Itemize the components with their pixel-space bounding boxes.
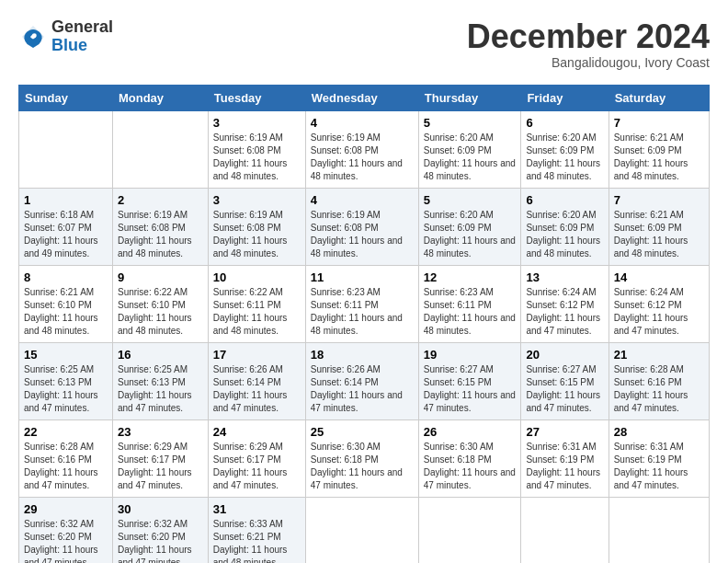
day-info: Sunrise: 6:20 AM Sunset: 6:09 PM Dayligh… (424, 132, 517, 183)
day-number: 2 (118, 193, 203, 207)
table-row: 14Sunrise: 6:24 AM Sunset: 6:12 PM Dayli… (609, 265, 709, 342)
day-info: Sunrise: 6:33 AM Sunset: 6:21 PM Dayligh… (213, 518, 301, 563)
table-row: 11Sunrise: 6:23 AM Sunset: 6:11 PM Dayli… (305, 265, 418, 342)
day-number: 4 (311, 193, 414, 207)
calendar-week-5: 22Sunrise: 6:28 AM Sunset: 6:16 PM Dayli… (19, 419, 710, 497)
day-info: Sunrise: 6:25 AM Sunset: 6:13 PM Dayligh… (118, 363, 203, 415)
table-row: 15Sunrise: 6:25 AM Sunset: 6:13 PM Dayli… (19, 342, 113, 419)
table-row: 17Sunrise: 6:26 AM Sunset: 6:14 PM Dayli… (208, 342, 305, 419)
table-row (418, 497, 521, 563)
table-row: 29Sunrise: 6:32 AM Sunset: 6:20 PM Dayli… (19, 497, 113, 563)
day-info: Sunrise: 6:20 AM Sunset: 6:09 PM Dayligh… (526, 209, 603, 260)
day-info: Sunrise: 6:19 AM Sunset: 6:08 PM Dayligh… (311, 132, 414, 183)
day-number: 3 (213, 116, 301, 130)
day-info: Sunrise: 6:19 AM Sunset: 6:08 PM Dayligh… (311, 209, 414, 260)
table-row: 4Sunrise: 6:19 AM Sunset: 6:08 PM Daylig… (305, 110, 418, 188)
logo-text: General Blue (51, 18, 113, 55)
day-info: Sunrise: 6:31 AM Sunset: 6:19 PM Dayligh… (614, 441, 704, 492)
day-info: Sunrise: 6:30 AM Sunset: 6:18 PM Dayligh… (311, 441, 414, 492)
logo: General Blue (18, 18, 113, 55)
title-area: December 2024 Bangalidougou, Ivory Coast (467, 18, 710, 70)
table-row: 19Sunrise: 6:27 AM Sunset: 6:15 PM Dayli… (418, 342, 521, 419)
day-number: 15 (24, 348, 108, 362)
day-info: Sunrise: 6:27 AM Sunset: 6:15 PM Dayligh… (424, 363, 517, 415)
table-row: 28Sunrise: 6:31 AM Sunset: 6:19 PM Dayli… (609, 419, 709, 497)
table-row (19, 110, 113, 188)
table-row: 20Sunrise: 6:27 AM Sunset: 6:15 PM Dayli… (521, 342, 609, 419)
day-info: Sunrise: 6:25 AM Sunset: 6:13 PM Dayligh… (24, 363, 108, 415)
day-info: Sunrise: 6:24 AM Sunset: 6:12 PM Dayligh… (526, 286, 603, 338)
day-info: Sunrise: 6:19 AM Sunset: 6:08 PM Dayligh… (213, 132, 301, 183)
table-row: 1Sunrise: 6:18 AM Sunset: 6:07 PM Daylig… (19, 188, 113, 265)
day-number: 3 (213, 193, 301, 207)
day-number: 16 (118, 348, 203, 362)
day-info: Sunrise: 6:32 AM Sunset: 6:20 PM Dayligh… (118, 518, 203, 563)
day-number: 13 (526, 270, 603, 284)
day-number: 4 (311, 116, 414, 130)
day-info: Sunrise: 6:22 AM Sunset: 6:11 PM Dayligh… (213, 286, 301, 338)
table-row: 6Sunrise: 6:20 AM Sunset: 6:09 PM Daylig… (521, 188, 609, 265)
location-subtitle: Bangalidougou, Ivory Coast (467, 55, 710, 70)
calendar-week-1: 3Sunrise: 6:19 AM Sunset: 6:08 PM Daylig… (19, 110, 710, 188)
day-number: 25 (311, 425, 414, 439)
table-row: 10Sunrise: 6:22 AM Sunset: 6:11 PM Dayli… (208, 265, 305, 342)
calendar-week-2: 1Sunrise: 6:18 AM Sunset: 6:07 PM Daylig… (19, 188, 710, 265)
day-info: Sunrise: 6:28 AM Sunset: 6:16 PM Dayligh… (614, 363, 704, 415)
logo-icon (18, 22, 48, 52)
day-info: Sunrise: 6:27 AM Sunset: 6:15 PM Dayligh… (526, 363, 603, 415)
table-row: 12Sunrise: 6:23 AM Sunset: 6:11 PM Dayli… (418, 265, 521, 342)
day-number: 30 (118, 502, 203, 516)
table-row: 5Sunrise: 6:20 AM Sunset: 6:09 PM Daylig… (418, 188, 521, 265)
table-row: 3Sunrise: 6:19 AM Sunset: 6:08 PM Daylig… (208, 110, 305, 188)
day-info: Sunrise: 6:32 AM Sunset: 6:20 PM Dayligh… (24, 518, 108, 563)
calendar-table: Sunday Monday Tuesday Wednesday Thursday… (18, 85, 710, 563)
day-info: Sunrise: 6:22 AM Sunset: 6:10 PM Dayligh… (118, 286, 203, 338)
day-number: 11 (311, 270, 414, 284)
table-row: 22Sunrise: 6:28 AM Sunset: 6:16 PM Dayli… (19, 419, 113, 497)
day-info: Sunrise: 6:31 AM Sunset: 6:19 PM Dayligh… (526, 441, 603, 492)
day-info: Sunrise: 6:26 AM Sunset: 6:14 PM Dayligh… (213, 363, 301, 415)
table-row: 6Sunrise: 6:20 AM Sunset: 6:09 PM Daylig… (521, 110, 609, 188)
day-info: Sunrise: 6:21 AM Sunset: 6:09 PM Dayligh… (614, 209, 704, 260)
day-info: Sunrise: 6:26 AM Sunset: 6:14 PM Dayligh… (311, 363, 414, 415)
col-monday: Monday (112, 85, 208, 110)
col-wednesday: Wednesday (305, 85, 418, 110)
day-number: 6 (526, 116, 603, 130)
table-row: 26Sunrise: 6:30 AM Sunset: 6:18 PM Dayli… (418, 419, 521, 497)
day-number: 27 (526, 425, 603, 439)
table-row: 4Sunrise: 6:19 AM Sunset: 6:08 PM Daylig… (305, 188, 418, 265)
day-number: 7 (614, 193, 704, 207)
day-info: Sunrise: 6:20 AM Sunset: 6:09 PM Dayligh… (526, 132, 603, 183)
table-row: 16Sunrise: 6:25 AM Sunset: 6:13 PM Dayli… (112, 342, 208, 419)
table-row (305, 497, 418, 563)
table-row: 3Sunrise: 6:19 AM Sunset: 6:08 PM Daylig… (208, 188, 305, 265)
table-row: 9Sunrise: 6:22 AM Sunset: 6:10 PM Daylig… (112, 265, 208, 342)
day-number: 22 (24, 425, 108, 439)
day-number: 10 (213, 270, 301, 284)
calendar-header-row: Sunday Monday Tuesday Wednesday Thursday… (19, 85, 710, 110)
day-number: 6 (526, 193, 603, 207)
calendar-week-3: 8Sunrise: 6:21 AM Sunset: 6:10 PM Daylig… (19, 265, 710, 342)
day-number: 31 (213, 502, 301, 516)
day-info: Sunrise: 6:29 AM Sunset: 6:17 PM Dayligh… (118, 441, 203, 492)
day-number: 5 (424, 116, 517, 130)
day-number: 19 (424, 348, 517, 362)
day-number: 17 (213, 348, 301, 362)
table-row: 18Sunrise: 6:26 AM Sunset: 6:14 PM Dayli… (305, 342, 418, 419)
calendar-week-4: 15Sunrise: 6:25 AM Sunset: 6:13 PM Dayli… (19, 342, 710, 419)
day-info: Sunrise: 6:28 AM Sunset: 6:16 PM Dayligh… (24, 441, 108, 492)
day-info: Sunrise: 6:18 AM Sunset: 6:07 PM Dayligh… (24, 209, 108, 260)
day-info: Sunrise: 6:21 AM Sunset: 6:10 PM Dayligh… (24, 286, 108, 338)
table-row: 24Sunrise: 6:29 AM Sunset: 6:17 PM Dayli… (208, 419, 305, 497)
table-row: 7Sunrise: 6:21 AM Sunset: 6:09 PM Daylig… (609, 110, 709, 188)
day-number: 29 (24, 502, 108, 516)
col-sunday: Sunday (19, 85, 113, 110)
day-number: 23 (118, 425, 203, 439)
col-thursday: Thursday (418, 85, 521, 110)
day-number: 24 (213, 425, 301, 439)
table-row: 30Sunrise: 6:32 AM Sunset: 6:20 PM Dayli… (112, 497, 208, 563)
table-row: 31Sunrise: 6:33 AM Sunset: 6:21 PM Dayli… (208, 497, 305, 563)
day-number: 7 (614, 116, 704, 130)
day-number: 1 (24, 193, 108, 207)
table-row (609, 497, 709, 563)
